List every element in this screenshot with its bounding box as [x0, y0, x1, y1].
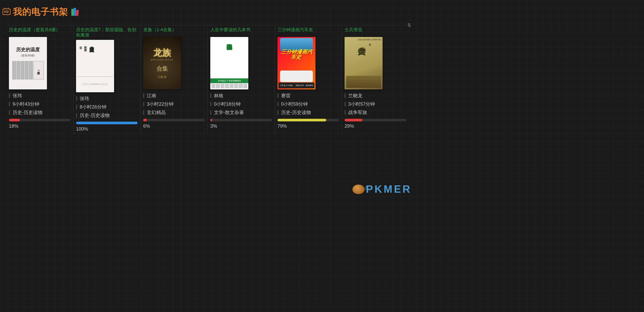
cover-title: 历史的温度	[16, 47, 40, 52]
progress-percent: 100%	[76, 126, 138, 132]
watermark-text: PKMER	[366, 183, 412, 195]
book-author: 兰晓龙	[345, 93, 406, 99]
bookshelf-icon	[71, 8, 79, 16]
book-cover[interactable]: 历史的温度 (套装共6册) 历史的温度6	[9, 37, 47, 89]
book-category: 文学-散文杂著	[210, 109, 272, 116]
book-duration: 3小时22分钟	[143, 101, 205, 107]
cover-experts-graphic	[211, 84, 247, 88]
progress-fill	[76, 122, 138, 124]
sort-icon[interactable]: ⇅	[407, 22, 411, 28]
book-category: 历史-历史读物	[277, 109, 339, 116]
book-cover[interactable]: 龙族 DRAGON RAJA 合集 江南 著	[143, 37, 181, 89]
progress-bar	[277, 119, 339, 121]
book-card[interactable]: 历史的温度（套装共6册） 历史的温度 (套装共6册) 历史的温度6 张玮 9小时…	[6, 25, 73, 135]
book-author: 林格	[210, 93, 272, 99]
cover-boxset-graphic: 历史的温度6	[12, 61, 44, 79]
progress-fill	[143, 119, 147, 121]
progress-bar	[9, 119, 71, 121]
book-cover[interactable]: SOLDIERS SORTIE 士兵突击 兰晓龙	[345, 37, 383, 89]
progress-bar	[345, 119, 406, 121]
progress-percent: 3%	[210, 123, 272, 129]
progress-percent: 29%	[345, 123, 406, 129]
progress-percent: 18%	[9, 123, 71, 129]
book-category: 战争军旅	[345, 109, 406, 116]
cover-byline: 张玮 著	[78, 42, 83, 47]
book-title: 历史的温度（套装共6册）	[9, 25, 71, 37]
progress-bar	[210, 119, 272, 121]
cover-title: 三分钟漫画汽车史	[278, 49, 314, 60]
cover-subtitle: 那些退隐、告别和离席	[83, 42, 88, 49]
progress-fill	[210, 119, 212, 121]
cover-band: 小车迷入门神器 每篇3分钟，爆笑解读	[278, 83, 314, 88]
cover-subtitle: 合集	[157, 65, 168, 73]
progress-fill	[9, 119, 20, 121]
cover-subtitle-en: DRAGON RAJA	[151, 58, 174, 61]
book-title: 龙族（1-4合集）	[143, 25, 205, 37]
cover-tank-graphic	[346, 76, 381, 88]
book-author: 江南	[143, 93, 205, 99]
cover-title: 历史的温度７	[88, 42, 96, 50]
book-title: 人生中要读的几本书	[210, 25, 272, 37]
progress-percent: 6%	[143, 123, 205, 129]
page-header: H2 我的电子书架	[0, 0, 417, 20]
book-title: 三分钟漫画汽车史	[277, 25, 339, 37]
progress-bar	[143, 119, 205, 121]
book-duration: 0小时18分钟	[210, 101, 272, 107]
book-author: 张玮	[9, 93, 71, 99]
book-author: 赛雷	[277, 93, 339, 99]
page-title: 我的电子书架	[13, 6, 68, 18]
progress-bar	[76, 122, 138, 124]
book-author: 张玮	[76, 95, 138, 102]
book-title: 历史的温度7：那些退隐、告别和离席	[76, 25, 138, 40]
book-duration: 3小时57分钟	[345, 101, 406, 107]
cover-car-graphic	[280, 71, 313, 82]
cover-illustration: ◯◯◯ colosseum ◯◯◯	[77, 77, 113, 91]
watermark-icon	[352, 185, 364, 194]
heading-level-badge: H2	[3, 9, 10, 15]
book-title: 士兵突击	[345, 25, 406, 37]
progress-fill	[277, 119, 326, 121]
book-duration: 0小时59分钟	[277, 101, 339, 107]
cover-byline: 江南 著	[158, 75, 167, 79]
book-duration: 9小时43分钟	[9, 101, 71, 107]
progress-percent: 79%	[277, 123, 339, 129]
book-cover[interactable]: 人生中要读的几本书 本书由以下专家倾情推荐	[210, 37, 248, 89]
book-card[interactable]: 历史的温度7：那些退隐、告别和离席 张玮 著 那些退隐、告别和离席 历史的温度７…	[73, 25, 141, 135]
book-category: 历史-历史读物	[9, 109, 71, 116]
cover-subtitle-en: SOLDIERS SORTIE	[358, 39, 381, 41]
book-cover[interactable]: 三分钟漫画汽车史 小车迷入门神器 每篇3分钟，爆笑解读	[277, 37, 315, 89]
watermark: PKMER	[352, 183, 412, 195]
book-card[interactable]: 三分钟漫画汽车史 三分钟漫画汽车史 小车迷入门神器 每篇3分钟，爆笑解读 赛雷 …	[275, 25, 342, 135]
book-card[interactable]: 龙族（1-4合集） 龙族 DRAGON RAJA 合集 江南 著 江南 3小时2…	[141, 25, 208, 135]
book-cover[interactable]: 张玮 著 那些退隐、告别和离席 历史的温度７ ◯◯◯ colosseum ◯◯◯	[76, 40, 114, 92]
cover-title: 龙族	[153, 47, 171, 58]
cover-subtitle: (套装共6册)	[21, 54, 35, 57]
book-category: 历史-历史读物	[76, 112, 138, 119]
book-duration: 8小时26分钟	[76, 104, 138, 110]
book-shelf: 历史的温度（套装共6册） 历史的温度 (套装共6册) 历史的温度6 张玮 9小时…	[0, 20, 417, 135]
cover-band: 本书由以下专家倾情推荐	[210, 78, 248, 83]
book-category: 玄幻精品	[143, 109, 205, 116]
book-card[interactable]: 士兵突击 SOLDIERS SORTIE 士兵突击 兰晓龙 兰晓龙 3小时57分…	[342, 25, 409, 135]
book-card[interactable]: 人生中要读的几本书 人生中要读的几本书 本书由以下专家倾情推荐 林格 0小时18…	[208, 25, 275, 135]
progress-fill	[345, 119, 362, 121]
